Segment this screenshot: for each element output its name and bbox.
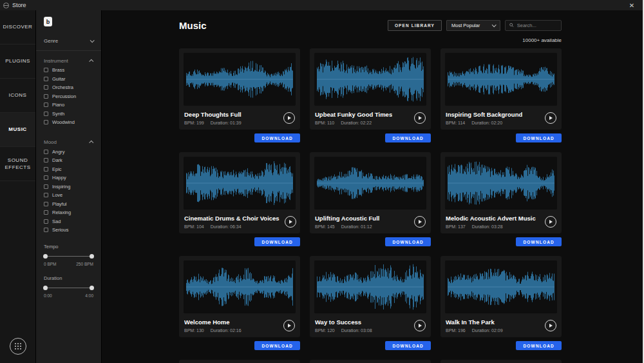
track-card-partial (440, 360, 562, 363)
checkbox-icon (44, 120, 48, 124)
track-title: Deep Thoughts Full (184, 111, 242, 118)
track-bpm: BPM: 104 (184, 224, 204, 229)
download-button[interactable]: DOWNLOAD (254, 341, 300, 350)
page-title: Music (179, 20, 207, 31)
filter-checkbox-relaxing[interactable]: Relaxing (44, 208, 93, 217)
chevron-up-icon (89, 141, 93, 145)
track-card-partial (310, 360, 431, 363)
waveform[interactable] (314, 260, 426, 313)
download-button[interactable]: DOWNLOAD (254, 133, 300, 142)
mood-section-toggle[interactable]: Mood (44, 137, 93, 148)
download-button[interactable]: DOWNLOAD (385, 133, 431, 142)
filter-checkbox-orchestra[interactable]: Orchestra (44, 83, 93, 92)
sort-dropdown[interactable]: Most Popular (446, 20, 500, 31)
play-icon (419, 116, 422, 120)
duration-slider-handle-max[interactable] (90, 286, 94, 290)
mood-options: Angry Dark Epic Happy Inspiring Love Pla… (44, 148, 93, 235)
download-button[interactable]: DOWNLOAD (385, 237, 431, 246)
play-icon (419, 324, 422, 328)
track-card: Deep Thoughts Full BPM: 199Duration: 01:… (179, 48, 300, 142)
waveform[interactable] (184, 53, 296, 106)
filter-checkbox-percussion[interactable]: Percussion (44, 92, 93, 101)
filter-checkbox-dark[interactable]: Dark (44, 156, 93, 165)
download-button[interactable]: DOWNLOAD (254, 237, 300, 246)
search-box[interactable] (505, 20, 562, 31)
waveform[interactable] (445, 157, 557, 210)
nav-item-plugins[interactable]: PLUGINS (0, 44, 35, 79)
play-button[interactable] (285, 216, 296, 228)
play-button[interactable] (283, 112, 295, 124)
tempo-label: Tempo (44, 244, 93, 250)
filter-checkbox-epic[interactable]: Epic (44, 165, 93, 174)
store-window: Store ✕ DISCOVER PLUGINS ICONS MUSIC SOU… (0, 0, 644, 363)
play-button[interactable] (414, 320, 426, 331)
play-button[interactable] (414, 216, 426, 228)
download-button[interactable]: DOWNLOAD (516, 133, 562, 142)
checkbox-icon (44, 158, 48, 162)
play-button[interactable] (545, 216, 556, 228)
instrument-section-toggle[interactable]: Instrument (44, 55, 93, 66)
waveform[interactable] (314, 157, 426, 210)
track-duration: Duration: 02:09 (472, 328, 503, 333)
filter-checkbox-love[interactable]: Love (44, 191, 93, 200)
checkbox-icon (44, 184, 48, 189)
main-nav: DISCOVER PLUGINS ICONS MUSIC SOUND EFFEC… (0, 10, 36, 363)
genre-dropdown[interactable]: Genre (44, 35, 93, 46)
filter-checkbox-serious[interactable]: Serious (44, 226, 93, 235)
play-icon (549, 220, 553, 224)
track-card-partial (179, 360, 300, 363)
download-button[interactable]: DOWNLOAD (516, 237, 562, 246)
filter-checkbox-guitar[interactable]: Guitar (44, 75, 93, 84)
download-button[interactable]: DOWNLOAD (385, 341, 431, 350)
search-input[interactable] (517, 23, 557, 28)
filter-checkbox-inspiring[interactable]: Inspiring (44, 182, 93, 191)
chevron-down-icon (492, 23, 497, 27)
checkbox-icon (44, 150, 48, 154)
waveform[interactable] (445, 260, 557, 313)
filter-checkbox-synth[interactable]: Synth (44, 110, 93, 119)
waveform[interactable] (314, 53, 426, 106)
keypad-icon[interactable] (9, 337, 27, 355)
filter-checkbox-brass[interactable]: Brass (44, 66, 93, 75)
filter-checkbox-woodwind[interactable]: Woodwind (44, 118, 93, 127)
waveform[interactable] (184, 260, 296, 313)
track-title: Melodic Acoustic Advert Music (446, 215, 536, 222)
filter-checkbox-happy[interactable]: Happy (44, 173, 93, 182)
nav-item-sound-effects[interactable]: SOUND EFFECTS (0, 147, 35, 181)
play-button[interactable] (283, 320, 295, 331)
track-duration: Duration: 01:12 (341, 224, 372, 229)
tempo-slider-handle-max[interactable] (90, 254, 94, 259)
checkbox-icon (44, 77, 48, 81)
filter-checkbox-sad[interactable]: Sad (44, 217, 93, 226)
tempo-slider[interactable] (44, 253, 93, 259)
instrument-options: Brass Guitar Orchestra Percussion Piano … (44, 66, 93, 127)
slider-track (44, 256, 93, 257)
filter-checkbox-piano[interactable]: Piano (44, 101, 93, 110)
filter-checkbox-angry[interactable]: Angry (44, 148, 93, 157)
checkbox-icon (44, 202, 48, 206)
play-button[interactable] (545, 320, 556, 331)
waveform[interactable] (184, 157, 296, 210)
close-icon[interactable]: ✕ (625, 0, 639, 10)
nav-item-discover[interactable]: DISCOVER (0, 10, 35, 44)
duration-slider-handle-min[interactable] (43, 286, 48, 290)
track-grid: Deep Thoughts Full BPM: 199Duration: 01:… (179, 48, 562, 363)
nav-item-icons[interactable]: ICONS (0, 79, 35, 113)
waveform[interactable] (445, 53, 557, 106)
checkbox-icon (44, 167, 48, 172)
track-duration: Duration: 03:08 (341, 328, 372, 333)
download-button[interactable]: DOWNLOAD (516, 341, 562, 350)
play-button[interactable] (414, 112, 426, 124)
track-card: Way to Success BPM: 120Duration: 03:08 D… (310, 256, 431, 350)
track-bpm: BPM: 137 (446, 224, 466, 229)
play-button[interactable] (545, 112, 556, 124)
track-bpm: BPM: 130 (184, 328, 204, 333)
track-duration: Duration: 03:28 (472, 224, 503, 229)
filter-sidebar: b Genre Instrument Brass Guitar Orchestr… (36, 10, 102, 363)
track-bpm: BPM: 199 (184, 121, 204, 125)
open-library-button[interactable]: OPEN LIBRARY (388, 20, 442, 31)
filter-checkbox-playful[interactable]: Playful (44, 200, 93, 209)
nav-item-music[interactable]: MUSIC (0, 113, 35, 147)
tempo-slider-handle-min[interactable] (43, 254, 48, 259)
duration-slider[interactable] (44, 285, 93, 291)
